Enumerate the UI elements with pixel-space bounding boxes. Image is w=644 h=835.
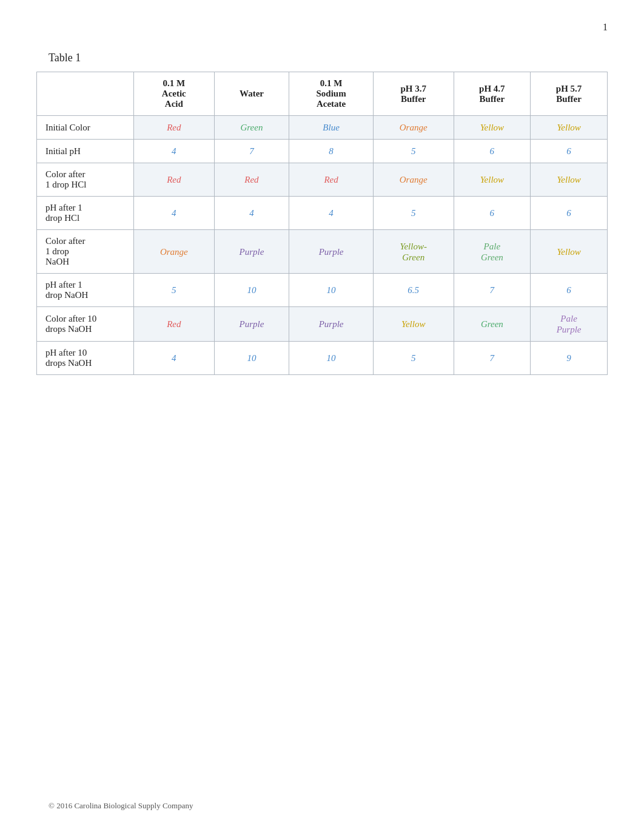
column-header-ph57: pH 5.7Buffer (531, 72, 608, 116)
cell-r5-c0: 5 (134, 274, 215, 307)
column-header-water: Water (214, 72, 289, 116)
cell-r1-c0: 4 (134, 140, 215, 163)
row-label: Initial Color (37, 116, 134, 140)
cell-r4-c4: PaleGreen (454, 230, 531, 274)
cell-r3-c4: 6 (454, 197, 531, 230)
cell-r6-c5: PalePurple (531, 307, 608, 342)
table-row: pH after 1drop NaOH510106.576 (37, 274, 608, 307)
footer-text: © 2016 Carolina Biological Supply Compan… (49, 801, 193, 811)
cell-r7-c2: 10 (289, 342, 374, 375)
row-label: Color after1 dropNaOH (37, 230, 134, 274)
cell-r1-c5: 6 (531, 140, 608, 163)
row-label: Initial pH (37, 140, 134, 163)
cell-r5-c3: 6.5 (373, 274, 454, 307)
cell-r1-c1: 7 (214, 140, 289, 163)
cell-r0-c2: Blue (289, 116, 374, 140)
table-row: pH after 10drops NaOH41010579 (37, 342, 608, 375)
cell-r7-c0: 4 (134, 342, 215, 375)
cell-r4-c3: Yellow-Green (373, 230, 454, 274)
cell-r7-c1: 10 (214, 342, 289, 375)
cell-r0-c1: Green (214, 116, 289, 140)
row-label: pH after 1drop NaOH (37, 274, 134, 307)
table-row: Color after 10drops NaOHRedPurplePurpleY… (37, 307, 608, 342)
cell-r6-c3: Yellow (373, 307, 454, 342)
table-row: Color after1 dropNaOHOrangePurplePurpleY… (37, 230, 608, 274)
cell-r5-c5: 6 (531, 274, 608, 307)
table-row: Color after1 drop HClRedRedRedOrangeYell… (37, 163, 608, 197)
data-table: 0.1 MAceticAcidWater0.1 MSodiumAcetatepH… (36, 72, 608, 375)
column-header-ph47: pH 4.7Buffer (454, 72, 531, 116)
cell-r0-c5: Yellow (531, 116, 608, 140)
cell-r7-c5: 9 (531, 342, 608, 375)
cell-r2-c1: Red (214, 163, 289, 197)
row-label: pH after 10drops NaOH (37, 342, 134, 375)
cell-r3-c3: 5 (373, 197, 454, 230)
cell-r5-c1: 10 (214, 274, 289, 307)
column-header-sodium-acetate: 0.1 MSodiumAcetate (289, 72, 374, 116)
cell-r6-c1: Purple (214, 307, 289, 342)
page-number: 1 (603, 22, 608, 33)
cell-r3-c1: 4 (214, 197, 289, 230)
cell-r2-c3: Orange (373, 163, 454, 197)
cell-r3-c0: 4 (134, 197, 215, 230)
cell-r4-c5: Yellow (531, 230, 608, 274)
column-header-ph37: pH 3.7Buffer (373, 72, 454, 116)
table-row: Initial pH478566 (37, 140, 608, 163)
cell-r7-c3: 5 (373, 342, 454, 375)
column-header-acetic-acid: 0.1 MAceticAcid (134, 72, 215, 116)
row-label: Color after 10drops NaOH (37, 307, 134, 342)
cell-r0-c3: Orange (373, 116, 454, 140)
table-row: pH after 1drop HCl444566 (37, 197, 608, 230)
row-label: Color after1 drop HCl (37, 163, 134, 197)
table-title: Table 1 (49, 52, 81, 64)
row-label: pH after 1drop HCl (37, 197, 134, 230)
cell-r0-c4: Yellow (454, 116, 531, 140)
cell-r4-c0: Orange (134, 230, 215, 274)
cell-r3-c2: 4 (289, 197, 374, 230)
cell-r1-c4: 6 (454, 140, 531, 163)
table-row: Initial ColorRedGreenBlueOrangeYellowYel… (37, 116, 608, 140)
cell-r4-c1: Purple (214, 230, 289, 274)
cell-r1-c3: 5 (373, 140, 454, 163)
cell-r6-c0: Red (134, 307, 215, 342)
cell-r2-c4: Yellow (454, 163, 531, 197)
cell-r2-c2: Red (289, 163, 374, 197)
cell-r2-c0: Red (134, 163, 215, 197)
column-header-row-label (37, 72, 134, 116)
cell-r6-c2: Purple (289, 307, 374, 342)
cell-r6-c4: Green (454, 307, 531, 342)
cell-r1-c2: 8 (289, 140, 374, 163)
cell-r7-c4: 7 (454, 342, 531, 375)
cell-r5-c4: 7 (454, 274, 531, 307)
cell-r2-c5: Yellow (531, 163, 608, 197)
cell-r4-c2: Purple (289, 230, 374, 274)
cell-r0-c0: Red (134, 116, 215, 140)
cell-r5-c2: 10 (289, 274, 374, 307)
cell-r3-c5: 6 (531, 197, 608, 230)
